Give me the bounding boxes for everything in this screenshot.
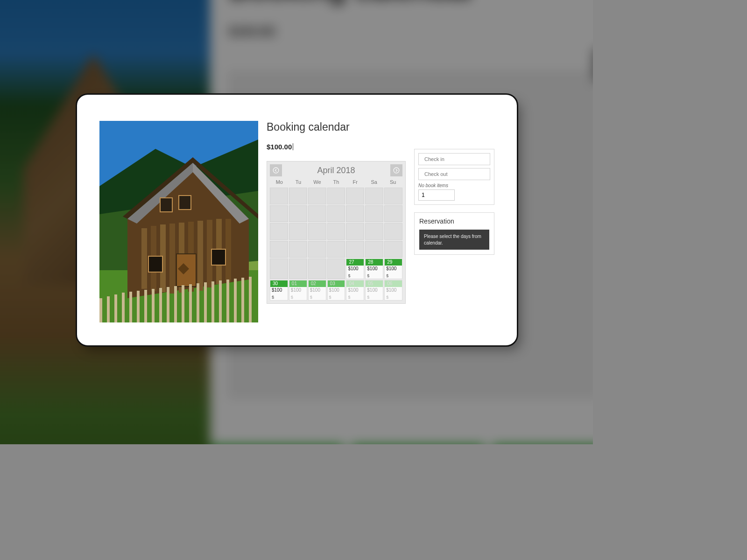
svg-point-45 [273, 168, 279, 173]
svg-point-46 [394, 168, 399, 173]
no-book-label: No book items [418, 183, 490, 188]
svg-rect-21 [211, 249, 226, 265]
calendar-day[interactable]: 28 $100 $ [365, 259, 383, 279]
date-select-widget: No book items [414, 149, 494, 205]
checkout-input[interactable] [424, 171, 489, 177]
bg-price: $100.00 [229, 24, 273, 39]
svg-rect-24 [99, 298, 102, 322]
chevron-right-icon [393, 167, 400, 174]
calendar-prev-button[interactable] [270, 164, 282, 176]
svg-rect-40 [219, 280, 222, 322]
svg-rect-8 [141, 228, 147, 289]
calendar-day[interactable]: 30 $100 $ [270, 280, 288, 301]
product-title: Booking calendar [267, 121, 406, 133]
calendar-day-names: Mo Tu We Th Fr Sa Su [270, 179, 402, 185]
svg-rect-38 [204, 282, 207, 322]
svg-rect-32 [159, 288, 162, 322]
svg-rect-27 [122, 293, 125, 322]
calendar-day[interactable]: 27 $100 $ [346, 259, 364, 279]
reservation-widget: Reservation Please select the days from … [414, 212, 494, 255]
svg-rect-25 [107, 296, 110, 322]
svg-rect-19 [179, 196, 191, 210]
calendar-grid: 27 $100 $ 28 $100 $ 29 [270, 188, 402, 301]
svg-rect-31 [152, 289, 155, 322]
svg-rect-20 [148, 256, 162, 272]
svg-rect-17 [226, 219, 231, 282]
svg-rect-42 [234, 279, 237, 322]
svg-rect-29 [137, 291, 140, 322]
calendar-day[interactable]: 06 $100 $ [384, 280, 402, 301]
calendar: April 2018 Mo Tu We Th Fr Sa Su [267, 161, 406, 304]
svg-rect-30 [144, 290, 147, 322]
svg-rect-35 [182, 285, 184, 322]
svg-rect-28 [129, 292, 132, 322]
calendar-month-label: April 2018 [317, 166, 355, 175]
svg-rect-37 [197, 283, 199, 322]
no-book-input[interactable] [418, 189, 455, 201]
calendar-next-button[interactable] [390, 164, 402, 176]
svg-rect-18 [160, 198, 172, 212]
checkin-input[interactable] [424, 156, 489, 162]
calendar-day[interactable]: 02 $100 $ [308, 280, 326, 301]
checkin-field[interactable] [418, 153, 490, 165]
product-image [99, 121, 258, 322]
bg-page-title: Booking calendar [229, 0, 593, 6]
calendar-day[interactable]: 03 $100 $ [327, 280, 345, 301]
checkout-field[interactable] [418, 168, 490, 180]
chevron-left-icon [273, 167, 279, 174]
calendar-day[interactable]: 01 $100 $ [289, 280, 307, 301]
calendar-day[interactable]: 05 $100 $ [365, 280, 383, 301]
calendar-day[interactable]: 29 $100 $ [384, 259, 402, 279]
calendar-day[interactable]: 04 $100 $ [346, 280, 364, 301]
product-price: $100.00 [267, 143, 292, 151]
svg-rect-41 [226, 280, 229, 322]
booking-modal: Booking calendar $100.00 April 2018 Mo T… [76, 93, 518, 347]
svg-rect-14 [197, 221, 203, 291]
svg-rect-44 [249, 277, 252, 322]
svg-rect-33 [167, 287, 169, 322]
svg-rect-26 [114, 294, 117, 322]
svg-rect-11 [169, 224, 175, 294]
svg-rect-34 [174, 286, 177, 322]
reservation-title: Reservation [419, 217, 489, 225]
svg-rect-36 [189, 284, 192, 322]
svg-rect-39 [211, 281, 214, 322]
svg-rect-43 [241, 278, 244, 322]
reservation-message: Please select the days from calendar. [419, 230, 489, 250]
